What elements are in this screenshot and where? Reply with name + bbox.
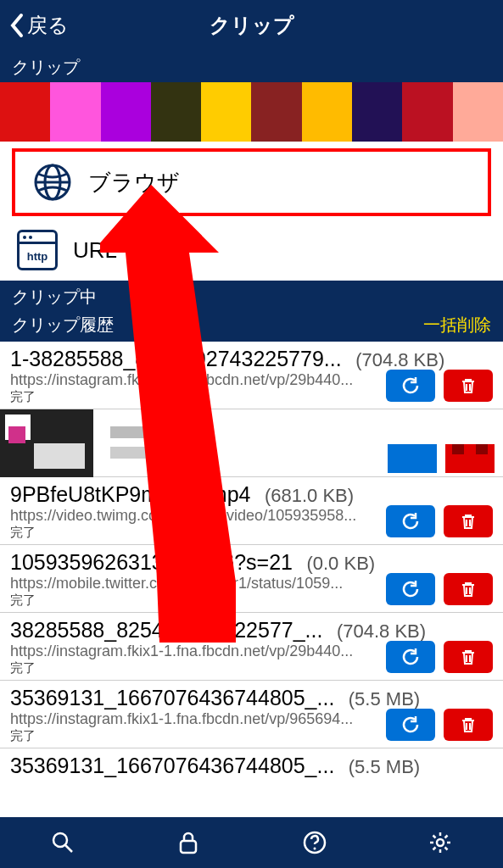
tab-help[interactable] (252, 817, 377, 868)
ad-banner[interactable] (0, 82, 503, 142)
trash-icon (459, 580, 478, 598)
chevron-left-icon (8, 13, 24, 38)
option-url[interactable]: http URL (0, 220, 503, 281)
item-url: https://video.twimg.com/ext_tw_video/105… (10, 507, 392, 525)
search-icon (50, 830, 75, 855)
reload-icon (400, 376, 421, 396)
item-thumbnail (0, 409, 93, 477)
list-item[interactable]: 1059359626313916416?s=21 (0.0 KB) https:… (0, 545, 503, 613)
reload-button[interactable] (388, 444, 437, 473)
delete-button[interactable] (445, 444, 495, 473)
section-clip-header: クリップ (0, 51, 503, 82)
item-url: https://instagram.fkix1-1.fna.fbcdn.net/… (10, 371, 392, 389)
item-size: (681.0 KB) (265, 485, 354, 506)
item-title: 1-38285588_8254992743225779... (10, 347, 342, 371)
delete-button[interactable] (444, 505, 493, 537)
svg-point-18 (437, 839, 444, 846)
reload-icon (400, 579, 421, 599)
reload-button[interactable] (386, 505, 435, 537)
reload-icon (400, 511, 421, 531)
trash-icon (459, 648, 478, 666)
http-icon: http (17, 230, 58, 270)
tab-search[interactable] (0, 817, 126, 868)
reload-button[interactable] (386, 370, 435, 402)
lock-icon (176, 830, 200, 855)
navbar: 戻る クリップ (0, 0, 503, 51)
list-item[interactable] (0, 409, 503, 477)
history-label: クリップ履歴 (12, 314, 114, 337)
back-label: 戻る (27, 12, 69, 39)
svg-point-17 (313, 848, 316, 850)
item-title: 35369131_1667076436744805_... (10, 686, 334, 710)
svg-point-13 (53, 833, 67, 847)
svg-rect-15 (181, 841, 196, 853)
history-header: クリップ履歴 一括削除 (0, 310, 503, 342)
item-url: https://instagram.fkix1-1.fna.fbcdn.net/… (10, 710, 392, 728)
option-browser[interactable]: ブラウザ (12, 148, 491, 216)
trash-icon (459, 512, 478, 531)
item-url: https://instagram.fkix1-1.fna.fbcdn.net/… (10, 643, 392, 660)
trash-icon (459, 715, 478, 734)
globe-icon (32, 162, 73, 203)
back-button[interactable]: 戻る (0, 12, 69, 39)
list-item[interactable]: 35369131_1667076436744805_... (5.5 MB) h… (0, 681, 503, 748)
reload-icon (400, 715, 421, 735)
item-size: (5.5 MB) (349, 688, 420, 709)
trash-icon (459, 376, 478, 395)
reload-button[interactable] (386, 641, 435, 673)
list-item[interactable]: 38285588_825499274322577_... (704.8 KB) … (0, 613, 503, 681)
item-size: (704.8 KB) (355, 349, 444, 370)
tab-settings[interactable] (377, 817, 503, 868)
reload-button[interactable] (386, 573, 435, 605)
list-item[interactable]: 35369131_1667076436744805_... (5.5 MB) (0, 748, 503, 782)
option-url-label: URL (73, 237, 117, 264)
svg-line-14 (65, 845, 72, 852)
option-browser-label: ブラウザ (88, 168, 180, 198)
tab-lock[interactable] (126, 817, 251, 868)
reload-button[interactable] (386, 709, 435, 741)
item-title: 35369131_1667076436744805_... (10, 754, 334, 778)
item-url: https://mobile.twitter.com/r04nkmr1/stat… (10, 575, 392, 593)
gear-icon (428, 830, 453, 855)
item-title: 9PBfeU8tKP9mDT8l.mp4 (10, 482, 250, 507)
item-size: (0.0 KB) (306, 553, 375, 574)
tabbar (0, 817, 503, 868)
item-size: (5.5 MB) (349, 756, 420, 777)
list-item[interactable]: 1-38285588_8254992743225779... (704.8 KB… (0, 342, 503, 409)
item-title: 38285588_825499274322577_... (10, 618, 322, 643)
help-icon (302, 830, 327, 855)
delete-button[interactable] (444, 641, 493, 673)
list-item[interactable]: 9PBfeU8tKP9mDT8l.mp4 (681.0 KB) https://… (0, 477, 503, 545)
item-title: 1059359626313916416?s=21 (10, 550, 293, 575)
reload-icon (400, 647, 421, 667)
delete-button[interactable] (444, 709, 493, 741)
section-clipping-header: クリップ中 (0, 281, 503, 310)
delete-all-button[interactable]: 一括削除 (423, 314, 491, 337)
delete-button[interactable] (444, 370, 493, 402)
page-title: クリップ (210, 12, 294, 39)
delete-button[interactable] (444, 573, 493, 605)
item-size: (704.8 KB) (337, 620, 426, 642)
